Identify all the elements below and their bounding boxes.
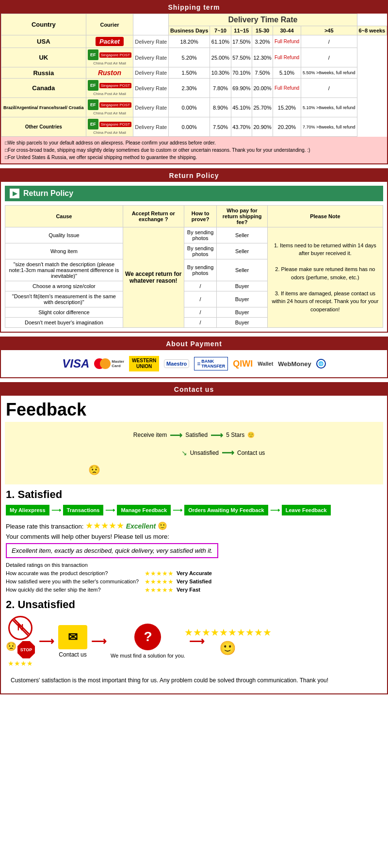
- flow-arrow-2: ⟶: [105, 506, 115, 514]
- percent-uk-45: Full Refund: [273, 48, 301, 67]
- percent-brazil-7-10: 0.00%: [169, 98, 210, 117]
- no-sign-icon: N: [8, 616, 32, 640]
- packet-logo: Packet: [96, 37, 124, 46]
- pay-quality: Seller: [217, 227, 267, 243]
- pay-doesnt-fit: Buyer: [217, 291, 267, 307]
- delivery-rate-canada: Delivery Rate: [133, 79, 169, 98]
- percent-russia-7-10: 1.50%: [169, 67, 210, 79]
- flow-steps: My Aliexpress ⟶ Transactions ⟶ Manage Fe…: [6, 505, 382, 515]
- singapore-post-other: Singapore POST: [99, 122, 131, 127]
- return-section: Return Policy ▶ Return Policy Cause Acce…: [0, 168, 388, 333]
- flow-step-my-aliexpress: My Aliexpress: [6, 505, 49, 515]
- delivery-rate-other: Delivery Rate: [133, 117, 169, 137]
- flow-step-orders-awaiting: Orders Awaiting My Feedback: [184, 505, 268, 515]
- rating-desc-2: Very Satisfied: [177, 579, 211, 584]
- percent-other-7-10: 0.00%: [169, 117, 210, 137]
- percent-canada-15-30: 69.90%: [231, 79, 252, 98]
- shipping-notes: □We ship parcels to your default address…: [1, 137, 387, 163]
- who-pay-header: Who pay for return shipping fee?: [217, 206, 267, 227]
- percent-usa-45: Full Refund: [273, 35, 301, 48]
- rating-label-2: How satisfied were you with the seller's…: [6, 579, 142, 584]
- how-to-prove-header: How to prove?: [184, 206, 217, 227]
- return-policy-title: Return Policy: [23, 189, 73, 198]
- shipping-section: Shipping term Country Courier Delivery T…: [0, 0, 388, 164]
- please-rate: Please rate this transaction: ★★★★★ Exce…: [6, 520, 382, 531]
- table-row: Quality Issue We accept return for whate…: [5, 227, 383, 243]
- stars-no-sign: ★★★★: [8, 659, 33, 667]
- accept-header: Accept Return or exchange ?: [123, 206, 184, 227]
- contact-us-label: Contact us: [237, 448, 265, 459]
- china-post-icon: EF: [88, 49, 98, 60]
- table-row: Canada EF Singapore POST China Post Air …: [1, 79, 387, 98]
- contact-us-unsatisfied: Contact us: [59, 651, 86, 658]
- china-post-icon-canada: EF: [88, 80, 98, 91]
- rating-stars-1: ★★★★★: [145, 570, 174, 577]
- prove-size: By sending photos: [184, 259, 217, 281]
- delivery-rate-uk: Delivery Rate: [133, 48, 169, 67]
- excellent-label: Excellent: [126, 522, 156, 530]
- delivery-rate-brazil: Delivery Rate: [133, 98, 169, 117]
- arrow-to-satisfied: ⟶: [170, 428, 182, 443]
- unsatisfied-section: 2. Unsatisfied N 😟 STOP ★★★★ ⟶ ✉: [1, 598, 387, 693]
- mastercard-text: MasterCard: [112, 359, 124, 368]
- return-header: Return Policy: [1, 169, 387, 182]
- flow-step-manage-feedback: Manage Feedback: [117, 505, 171, 515]
- percent-canada-30-44: 20.00%: [252, 79, 273, 98]
- mastercard-logo: MasterCard: [94, 358, 124, 369]
- satisfied-section: 1. Satisfied My Aliexpress ⟶ Transaction…: [1, 488, 387, 598]
- percent-canada-7-10: 2.30%: [169, 79, 210, 98]
- percent-other-30-44: 20.90%: [252, 117, 273, 137]
- percent-brazil-45: 15.20%: [273, 98, 301, 117]
- webmoney-globe-icon: 🌐: [316, 359, 326, 369]
- flow-arrow-3: ⟶: [173, 506, 182, 514]
- country-usa: USA: [1, 35, 86, 48]
- webmoney-logo: WebMoney: [278, 360, 311, 368]
- header-11-15: 11~15: [231, 26, 252, 35]
- courier-uk: EF Singapore POST China Post Air Mail: [86, 48, 133, 67]
- rating-label-1: How accurate was the product description…: [6, 570, 142, 576]
- satisfied-title: 1. Satisfied: [6, 488, 382, 501]
- western-union-logo: WESTERNUNION: [129, 356, 159, 371]
- china-post-icon-other: EF: [88, 119, 98, 129]
- country-header: Country: [1, 14, 86, 35]
- cause-size: "size doesn't match the description (ple…: [5, 259, 123, 281]
- receive-item-label: Receive item: [133, 430, 167, 441]
- your-comments: Your comments will help other buyers! Pl…: [6, 533, 382, 540]
- notes-cell: 1. Items need to be returned within 14 d…: [267, 227, 383, 328]
- delivery-rate-label: [133, 14, 169, 35]
- shipping-table: Country Courier Delivery Time Rate Busin…: [1, 14, 387, 137]
- payment-header: About Payment: [1, 338, 387, 350]
- payment-section: About Payment VISA MasterCard WESTERNUNI…: [0, 337, 388, 378]
- percent-usa-15-30: 17.50%: [231, 35, 252, 48]
- qiwi-logo: QIWI: [233, 359, 253, 369]
- flow-step-transactions: Transactions: [63, 505, 104, 515]
- percent-other-45: 20.20%: [273, 117, 301, 137]
- header-15-30: 15-30: [252, 26, 273, 35]
- percent-uk-11-15: 25.00%: [210, 48, 231, 67]
- courier-header: Courier: [86, 14, 133, 35]
- header-45: >45: [301, 26, 357, 35]
- rating-row-2: How satisfied were you with the seller's…: [6, 578, 382, 585]
- courier-russia: Ruston: [86, 67, 133, 79]
- percent-uk-30-44: 12.30%: [252, 48, 273, 67]
- shipping-note-1: □We ship parcels to your default address…: [5, 139, 383, 146]
- bank-transfer-logo: ≡ BANKTRANSFER: [194, 357, 228, 370]
- arrow-to-contact: ⟶: [222, 445, 234, 461]
- delivery-rate-russia: Delivery Rate: [133, 67, 169, 79]
- pay-size: Seller: [217, 259, 267, 281]
- percent-uk-6-8: /: [301, 48, 357, 67]
- country-other: Other Countries: [1, 117, 86, 137]
- prove-wrong-size: /: [184, 281, 217, 291]
- stars-large: ★★★★★★★★★★: [209, 627, 247, 638]
- contact-header: Contact us: [1, 383, 387, 396]
- email-icon: ✉: [58, 625, 87, 649]
- please-note-header: Please Note: [267, 206, 383, 227]
- singapore-post-canada: Singapore POST: [99, 83, 131, 88]
- emoji-sad-small: 😟: [88, 461, 377, 479]
- header-business-days: Business Days: [169, 26, 210, 35]
- percent-canada-45: Full Refund: [273, 79, 301, 98]
- rating-row-3: How quickly did the seller ship the item…: [6, 586, 382, 594]
- must-find-text: We must find a solution for you.: [111, 652, 185, 659]
- rating-stars-2: ★★★★★: [145, 578, 174, 585]
- country-russia: Russia: [1, 67, 86, 79]
